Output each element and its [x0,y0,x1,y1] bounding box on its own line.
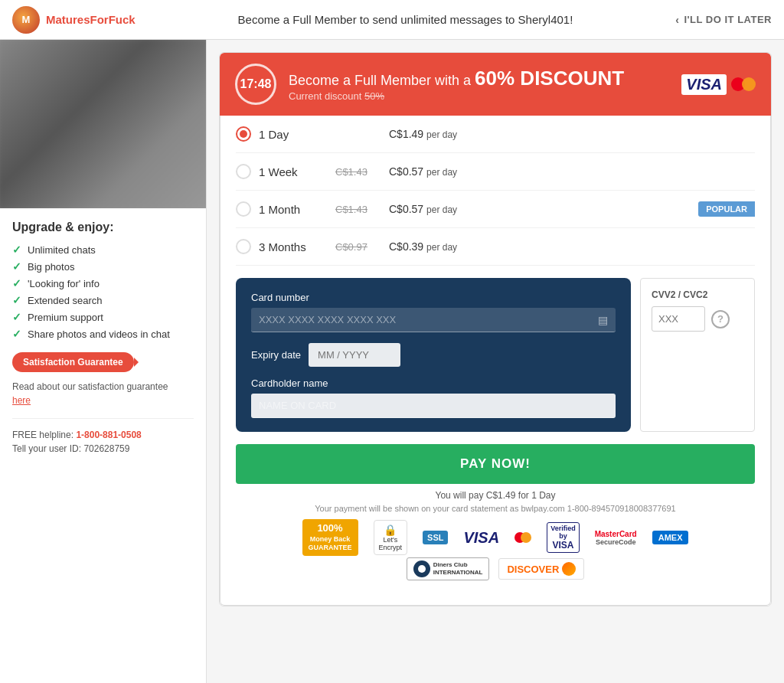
sidebar-content: Upgrade & enjoy: ✓ Unlimited chats ✓ Big… [0,208,206,466]
card-number-input[interactable] [251,308,616,332]
radio-1month[interactable] [236,201,251,217]
user-id-value: 702628759 [83,443,129,454]
logo-area: M MaturesForFuck [12,6,136,34]
check-icon: ✓ [12,294,21,306]
card-form: Card number ▤ Expiry date Cardholder nam… [236,278,631,432]
feature-label: Share photos and videos in chat [28,328,170,340]
feature-label: 'Looking for' info [28,278,100,289]
lets-encrypt-label: Let's [383,536,397,544]
mc-right-circle [742,77,756,91]
feature-big-photos: ✓ Big photos [12,260,194,273]
feature-list: ✓ Unlimited chats ✓ Big photos ✓ 'Lookin… [12,243,194,340]
plan-name-1day: 1 Day [259,128,328,141]
pay-now-button[interactable]: PAY NOW! [236,444,755,484]
banner-old-discount: 50% [364,90,384,102]
expiry-label: Expiry date [251,349,301,361]
guarantee-link[interactable]: here [12,395,31,406]
discount-banner: 17:48 Become a Full Member with a 60% DI… [220,53,771,116]
plan-name-1week: 1 Week [259,165,328,178]
radio-1day[interactable] [236,126,251,142]
payment-section: Card number ▤ Expiry date Cardholder nam… [236,278,755,432]
user-id-label: Tell your user ID: [12,443,81,454]
ssl-badge: SSL [418,524,452,551]
lets-encrypt-badge: 🔒 Let's Encrypt [369,524,413,551]
plan-new-price-3months: C$0.39 per day [389,240,755,253]
discover-label: DISCOVER [507,564,559,575]
header-message: Become a Full Member to send unlimited m… [136,13,676,26]
content-box: 17:48 Become a Full Member with a 60% DI… [219,52,772,606]
expiry-input[interactable] [309,343,400,367]
plan-new-price-1week: C$0.57 per day [389,165,755,178]
check-icon: ✓ [12,243,21,256]
plan-1week[interactable]: 1 Week C$1.43 C$0.57 per day [236,153,755,191]
plan-old-price-1month: C$1.43 [335,204,381,215]
sidebar: Upgrade & enjoy: ✓ Unlimited chats ✓ Big… [0,40,207,683]
lock-icon: 🔒 [384,524,397,536]
countdown-timer: 17:48 [235,64,276,105]
feature-looking-for: ✓ 'Looking for' info [12,277,194,289]
radio-inner [240,130,247,138]
mc-badge-right [521,532,531,543]
feature-extended-search: ✓ Extended search [12,294,194,306]
discover-circle [562,562,576,576]
visa-badge-item: VISA [459,524,504,551]
header: M MaturesForFuck Become a Full Member to… [0,0,784,40]
money-back-badge: 100% Money Back GUARANTEE [298,524,363,551]
mastercard-secure-text: MasterCard SecureCode [595,530,637,546]
later-button[interactable]: ‹ I'LL DO IT LATER [675,14,772,26]
banner-sub: Current discount 50% [289,90,681,102]
feature-share-photos: ✓ Share photos and videos in chat [12,328,194,340]
cvv-help-button[interactable]: ? [711,310,730,328]
logo-part2: For [90,13,109,26]
money-back-text: Money Back [310,535,351,544]
trust-badges-row2: Diners Club INTERNATIONAL DISCOVER [236,557,755,580]
pay-info-text: You will pay C$1.49 for 1 Day [236,490,755,501]
main-layout: Upgrade & enjoy: ✓ Unlimited chats ✓ Big… [0,40,784,683]
plan-old-price-1week: C$1.43 [335,166,381,178]
check-icon: ✓ [12,277,21,289]
feature-label: Unlimited chats [28,244,96,256]
expiry-row: Expiry date [251,343,616,367]
helpline-label: FREE helpline: [12,430,74,440]
plans-container: 1 Day C$1.49 per day 1 Week C$1.43 C$0.5… [220,116,771,606]
banner-text: Become a Full Member with a 60% DISCOUNT… [289,67,681,102]
payment-logos: VISA [681,74,756,95]
radio-1week[interactable] [236,164,251,179]
logo-part1: Matures [46,13,90,26]
cvv-row: ? [652,306,743,332]
cvv-input[interactable] [652,306,705,332]
trust-badges: 100% Money Back GUARANTEE 🔒 Let's Encryp… [236,524,755,551]
visa-logo: VISA [681,74,727,95]
plan-3months[interactable]: 3 Months C$0.97 C$0.39 per day [236,228,755,266]
feature-label: Extended search [28,295,103,306]
discover-badge: DISCOVER [498,558,584,580]
helpline-number: 1-800-881-0508 [76,430,141,440]
plan-1month[interactable]: 1 Month C$1.43 C$0.57 per day POPULAR [236,191,755,228]
feature-premium-support: ✓ Premium support [12,311,194,323]
plan-1day[interactable]: 1 Day C$1.49 per day [236,116,755,153]
verified-visa-text: VerifiedbyVISA [547,522,580,553]
radio-3months[interactable] [236,239,251,254]
visa-badge-text: VISA [463,529,499,547]
plan-new-price-1month: C$0.57 per day [389,203,691,215]
card-chip-icon: ▤ [598,314,608,326]
discount-value: 60% DISCOUNT [475,67,624,90]
guarantee-text-content: Read about our satisfaction guarantee [12,381,168,392]
diners-logo [413,560,430,577]
mastercard-logo [731,76,756,93]
plan-name-1month: 1 Month [259,203,328,216]
satisfaction-button[interactable]: Satisfaction Guarantee [12,352,134,372]
helpline-text: FREE helpline: 1-800-881-0508 [12,430,194,440]
money-back-badge-inner: 100% Money Back GUARANTEE [302,519,358,556]
banner-sub-label: Current discount [289,90,361,102]
content-area: 17:48 Become a Full Member with a 60% DI… [207,40,784,683]
cardholder-input[interactable] [251,394,616,418]
plan-old-price-3months: C$0.97 [335,241,381,253]
profile-image-blur [0,40,206,208]
timer-value: 17:48 [240,77,272,91]
user-id-text: Tell your user ID: 702628759 [12,443,194,454]
later-label: I'LL DO IT LATER [684,14,772,25]
feature-label: Big photos [28,261,74,273]
pay-statement: Your payment will be shown on your card … [236,504,755,513]
amex-label: AMEX [652,531,689,544]
